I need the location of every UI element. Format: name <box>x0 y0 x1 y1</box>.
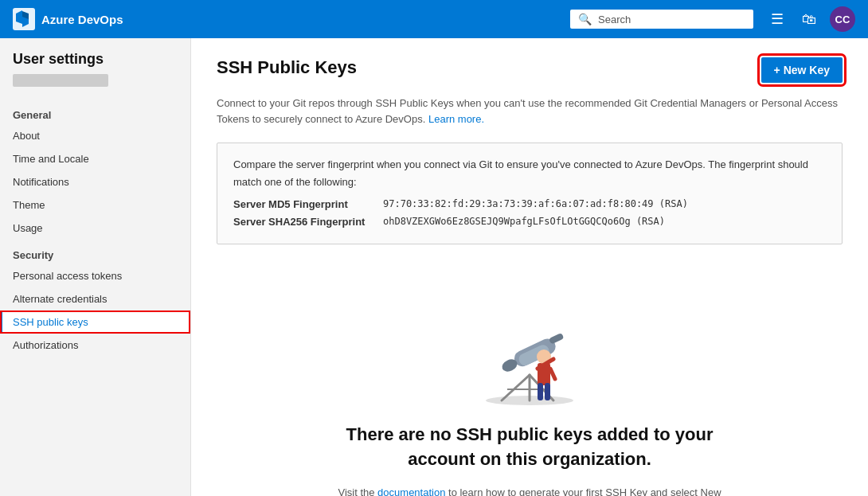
sidebar-item-authorizations[interactable]: Authorizations <box>0 334 190 357</box>
basket-icon-btn[interactable]: 🛍 <box>795 5 823 33</box>
topnav-icons: ☰ 🛍 CC <box>763 5 855 33</box>
search-label: Search <box>598 14 631 25</box>
main-header: SSH Public Keys + New Key <box>217 57 843 83</box>
empty-state: There are no SSH public keys added to yo… <box>217 264 843 496</box>
app-logo[interactable]: Azure DevOps <box>13 8 123 30</box>
menu-icon: ☰ <box>771 10 784 28</box>
sidebar: User settings General About Time and Loc… <box>0 38 191 496</box>
new-key-button[interactable]: + New Key <box>761 57 843 83</box>
sidebar-item-usage[interactable]: Usage <box>0 217 190 240</box>
fingerprint-md5-label: Server MD5 Fingerprint <box>233 196 377 213</box>
search-icon: 🔍 <box>578 13 592 25</box>
svg-rect-11 <box>538 383 543 400</box>
svg-line-15 <box>550 369 555 379</box>
svg-rect-9 <box>549 333 565 345</box>
telescope-illustration <box>458 279 601 407</box>
main-description: Connect to your Git repos through SSH Pu… <box>217 96 843 127</box>
empty-state-description: Visit the documentation to learn how to … <box>330 485 729 496</box>
user-avatar[interactable]: CC <box>830 6 855 32</box>
fingerprint-sha256-label: Server SHA256 Fingerprint <box>233 213 377 231</box>
sidebar-title: User settings <box>0 51 190 74</box>
fingerprint-sha256-row: Server SHA256 Fingerprint ohD8VZEXGWo6Ez… <box>233 213 826 231</box>
fingerprint-md5-row: Server MD5 Fingerprint 97:70:33:82:fd:29… <box>233 196 826 213</box>
basket-icon: 🛍 <box>802 11 816 28</box>
sidebar-item-alternate-credentials[interactable]: Alternate credentials <box>0 287 190 310</box>
documentation-link[interactable]: documentation <box>377 486 445 496</box>
sidebar-item-personal-access-tokens[interactable]: Personal access tokens <box>0 264 190 287</box>
fingerprint-md5-value: 97:70:33:82:fd:29:3a:73:39:af:6a:07:ad:f… <box>383 196 688 213</box>
sidebar-item-about[interactable]: About <box>0 124 190 147</box>
sidebar-item-time-locale[interactable]: Time and Locale <box>0 147 190 170</box>
sidebar-section-security: Security <box>0 240 190 264</box>
azure-devops-logo-icon <box>13 8 35 30</box>
sidebar-section-general: General <box>0 100 190 124</box>
menu-icon-btn[interactable]: ☰ <box>763 5 792 33</box>
fingerprint-sha256-value: ohD8VZEXGWo6Ez8GSEJQ9WpafgLFsOfLOtGGQCQo… <box>383 213 665 231</box>
search-box[interactable]: 🔍 Search <box>570 10 753 29</box>
sidebar-item-ssh-public-keys[interactable]: SSH public keys <box>0 310 190 334</box>
sidebar-user-placeholder <box>13 74 108 87</box>
main-content: SSH Public Keys + New Key Connect to you… <box>191 38 868 496</box>
empty-state-title: There are no SSH public keys added to yo… <box>330 423 729 472</box>
learn-more-link[interactable]: Learn more. <box>428 113 484 125</box>
main-layout: User settings General About Time and Loc… <box>0 38 868 496</box>
sidebar-item-theme[interactable]: Theme <box>0 193 190 217</box>
app-logo-text: Azure DevOps <box>41 13 123 26</box>
topnav: Azure DevOps 🔍 Search ☰ 🛍 CC <box>0 0 868 38</box>
fingerprint-box: Compare the server fingerprint when you … <box>217 143 843 244</box>
svg-rect-12 <box>545 383 550 400</box>
page-title: SSH Public Keys <box>217 57 357 78</box>
fingerprint-intro: Compare the server fingerprint when you … <box>233 156 826 191</box>
sidebar-item-notifications[interactable]: Notifications <box>0 170 190 193</box>
